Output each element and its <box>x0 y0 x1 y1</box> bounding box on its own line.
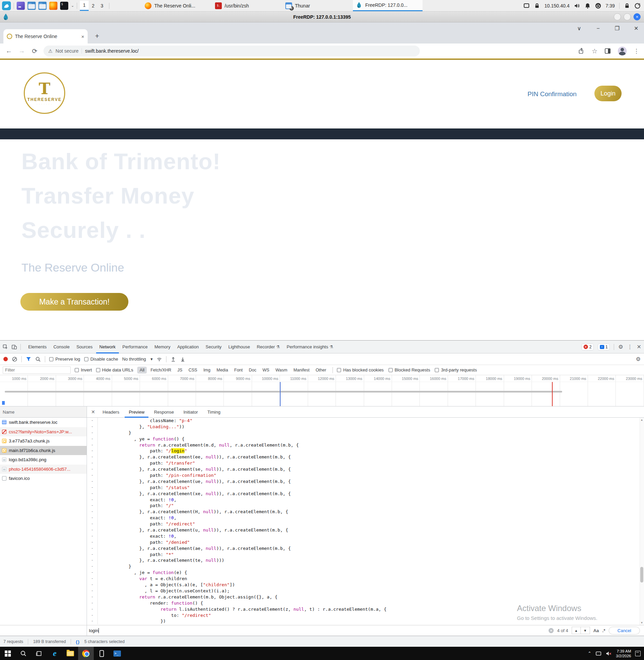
fold-marker[interactable]: - <box>87 515 98 521</box>
tray-chevron-icon[interactable]: ⌃ <box>588 651 591 656</box>
fold-marker[interactable]: - <box>87 552 98 558</box>
pretty-print-icon[interactable]: { } <box>76 639 79 644</box>
scroll-down-icon[interactable]: ▼ <box>640 621 643 624</box>
devtools-tab-console[interactable]: Console <box>50 341 73 353</box>
previous-match-button[interactable]: ▲ <box>572 627 581 634</box>
omnibox[interactable]: ⚠ Not secure swift.bank.thereserve.loc/ <box>43 46 420 56</box>
device-toolbar-icon[interactable] <box>12 344 17 350</box>
fold-marker[interactable]: - <box>87 576 98 582</box>
fold-marker[interactable]: - <box>87 557 98 563</box>
checkbox-has-blocked-cookies[interactable]: Has blocked cookies <box>337 367 383 372</box>
devtools-tab-performance[interactable]: Performance <box>119 341 151 353</box>
filter-chip-doc[interactable]: Doc <box>247 367 259 374</box>
request-row-main-bf71b6ca-chunk-js[interactable]: main.bf71b6ca.chunk.js <box>0 446 87 455</box>
filter-chip-font[interactable]: Font <box>232 367 245 374</box>
fold-marker[interactable]: - <box>87 442 98 448</box>
taskbar-window-the-reserve-onli[interactable]: The Reserve Onli... <box>142 0 212 11</box>
scrollbar-thumb[interactable] <box>640 567 643 583</box>
taskbar-window-thunar[interactable]: 2Thunar <box>283 0 352 11</box>
security-label[interactable]: Not secure <box>56 48 79 54</box>
devtools-kebab-menu-icon[interactable]: ⋮ <box>627 344 633 350</box>
new-tab-button[interactable]: + <box>92 31 102 41</box>
detail-tab-headers[interactable]: Headers <box>99 406 123 418</box>
devtools-tab-memory[interactable]: Memory <box>151 341 174 353</box>
browser-tab[interactable]: The Reserve Online × <box>3 29 88 44</box>
forward-icon[interactable]: → <box>18 47 26 55</box>
filter-chip-wasm[interactable]: Wasm <box>273 367 290 374</box>
hide-data-urls-checkbox[interactable]: Hide data URLs <box>96 367 133 372</box>
folder-launcher-icon-2[interactable] <box>38 2 47 10</box>
request-row-photo-1454165804606-c3d57[interactable]: photo-1454165804606-c3d57... <box>0 465 87 474</box>
code-scrollbar[interactable]: ▲ ▼ <box>640 418 644 625</box>
fold-marker[interactable]: - <box>87 418 98 424</box>
fold-marker[interactable]: - <box>87 509 98 515</box>
taskbar-window-usr-bin-zsh[interactable]: $./usr/bin/zsh <box>212 0 282 11</box>
fold-marker[interactable]: - <box>87 497 98 503</box>
close-detail-icon[interactable]: ✕ <box>89 409 97 415</box>
fold-marker[interactable]: - <box>87 485 98 491</box>
freerdp-minimize-button[interactable] <box>614 13 621 20</box>
devtools-tab-performance-insights[interactable]: Performance insights⚗ <box>283 341 337 353</box>
back-icon[interactable]: ← <box>5 47 13 55</box>
devtools-close-icon[interactable]: ✕ <box>637 344 641 350</box>
fold-marker[interactable]: - <box>87 491 98 497</box>
tray-display-icon[interactable] <box>595 650 602 657</box>
chrome-minimize-button[interactable]: − <box>593 25 603 32</box>
filter-chip-media[interactable]: Media <box>214 367 230 374</box>
clear-search-icon[interactable]: ✕ <box>549 628 554 633</box>
inspect-element-icon[interactable] <box>3 344 8 350</box>
display-tray-icon[interactable] <box>523 3 530 9</box>
fold-marker[interactable]: - <box>87 618 98 624</box>
fold-marker[interactable]: - <box>87 503 98 509</box>
network-lock-icon[interactable] <box>534 3 540 9</box>
workspace-1[interactable]: 1 <box>80 1 89 11</box>
devtools-tab-lighthouse[interactable]: Lighthouse <box>225 341 253 353</box>
filter-input[interactable] <box>3 366 71 374</box>
logout-icon[interactable] <box>634 3 641 9</box>
start-button[interactable] <box>0 647 16 660</box>
next-match-button[interactable]: ▼ <box>581 627 590 634</box>
fold-marker[interactable]: - <box>87 600 98 606</box>
make-transaction-button[interactable]: Make a Transaction! <box>20 293 128 311</box>
tab-close-icon[interactable]: × <box>81 34 84 39</box>
filter-chip-manifest[interactable]: Manifest <box>291 367 312 374</box>
clear-network-log-icon[interactable] <box>12 357 17 362</box>
freerdp-close-button[interactable]: × <box>633 13 641 20</box>
firefox-launcher-icon[interactable] <box>49 2 57 10</box>
login-button[interactable]: Login <box>594 86 622 101</box>
request-row-favicon-ico[interactable]: favicon.ico <box>0 474 87 483</box>
fold-marker[interactable]: - <box>87 527 98 533</box>
bank-logo[interactable]: T THERESERVE · · · · · · · <box>24 72 65 114</box>
filter-chip-js[interactable]: JS <box>175 367 185 374</box>
request-row-logo-bd1a398c-png[interactable]: logo.bd1a398c.png <box>0 455 87 465</box>
preview-code-area[interactable]: - className: "p-4"- }, "Loading..."))- }… <box>87 418 644 625</box>
fold-marker[interactable]: - <box>87 460 98 466</box>
pin-confirmation-link[interactable]: PIN Confirmation <box>527 90 577 98</box>
tray-volume-muted-icon[interactable] <box>606 650 612 657</box>
filter-funnel-icon[interactable] <box>26 357 31 362</box>
request-row-swift-bank-thereserve-loc[interactable]: swift.bank.thereserve.loc <box>0 418 87 427</box>
network-conditions-icon[interactable] <box>157 357 162 362</box>
fold-marker[interactable]: - <box>87 479 98 485</box>
issues-badge[interactable]: ▪1 <box>598 344 610 350</box>
profile-avatar[interactable] <box>618 47 627 55</box>
freerdp-maximize-button[interactable] <box>624 13 631 20</box>
taskbar-search-icon[interactable] <box>16 647 31 660</box>
regex-button[interactable]: .* <box>602 628 605 633</box>
scroll-up-icon[interactable]: ▲ <box>640 418 643 421</box>
volume-icon[interactable] <box>574 3 580 9</box>
invert-checkbox[interactable]: Invert <box>75 367 92 372</box>
fold-marker[interactable]: - <box>87 472 98 479</box>
terminal-launcher-icon[interactable]: $ <box>60 2 68 10</box>
filter-chip-css[interactable]: CSS <box>186 367 200 374</box>
file-explorer-icon[interactable] <box>62 647 78 660</box>
request-row-css2-family-noto-sans-jp-w[interactable]: css2?family=Noto+Sans+JP:w... <box>0 427 87 437</box>
record-network-log-button[interactable] <box>3 357 8 361</box>
checkbox-3rd-party-requests[interactable]: 3rd-party requests <box>435 367 477 372</box>
chrome-kebab-menu-icon[interactable]: ⋮ <box>633 48 639 55</box>
devtools-tab-network[interactable]: Network <box>96 341 119 353</box>
fold-marker[interactable]: - <box>87 539 98 545</box>
kali-logo-icon[interactable] <box>2 1 11 10</box>
share-icon[interactable] <box>578 48 585 54</box>
network-settings-gear-icon[interactable]: ⚙ <box>636 356 641 362</box>
